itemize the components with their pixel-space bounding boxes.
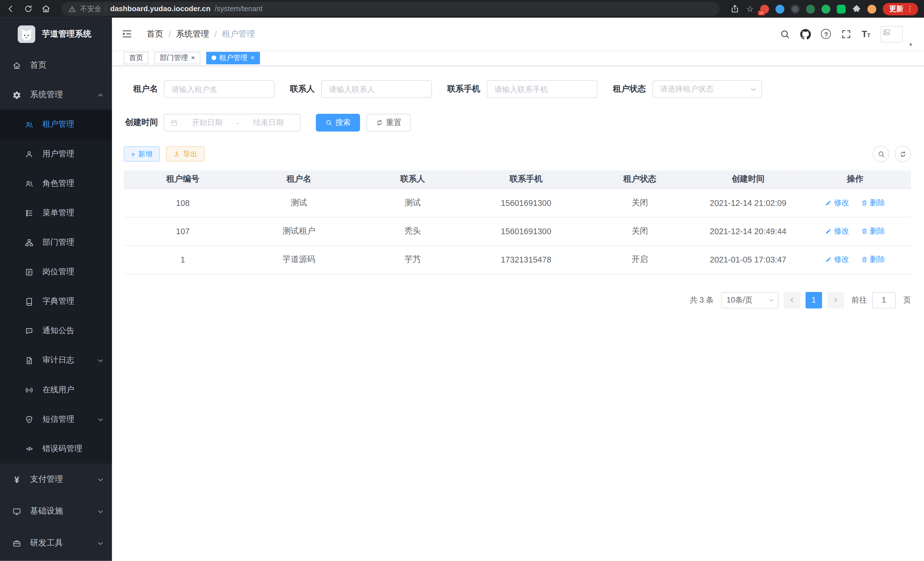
sidebar-item-errorcode[interactable]: </> 错误码管理	[0, 434, 112, 463]
sidebar-item-label: 首页	[30, 60, 46, 71]
refresh-table-button[interactable]	[895, 146, 911, 162]
export-button[interactable]: 导出	[166, 146, 204, 162]
bookmark-star-icon[interactable]: ☆	[746, 5, 754, 13]
filter-phone: 联系手机	[447, 80, 597, 98]
active-dot	[212, 56, 216, 60]
add-button[interactable]: + 新增	[124, 146, 159, 162]
cell-contact: 测试	[356, 189, 470, 217]
font-size-icon[interactable]: TT	[862, 29, 870, 38]
sidebar-item-tenant[interactable]: 租户管理	[0, 110, 112, 139]
extension-badge: 10	[758, 10, 765, 15]
profile-avatar-icon[interactable]	[867, 4, 876, 13]
screen: 不安全 dashboard.yudao.iocoder.cn/system/te…	[0, 0, 924, 561]
delete-label: 删除	[870, 254, 885, 265]
extension-icon-red[interactable]: 10	[760, 4, 769, 13]
status-select[interactable]: 请选择租户状态	[652, 80, 762, 98]
reload-icon[interactable]	[24, 4, 33, 14]
app-header: 首页 / 系统管理 / 租户管理 ? TT ▾	[112, 18, 924, 50]
tab-home[interactable]: 首页	[124, 51, 148, 64]
tenant-name-input[interactable]	[164, 80, 274, 98]
cell-name: 芋道源码	[242, 245, 356, 274]
sidebar-item-menu[interactable]: 菜单管理	[0, 198, 112, 228]
refresh-icon	[899, 150, 907, 158]
pencil-icon	[825, 256, 832, 263]
sidebar-item-label: 用户管理	[43, 149, 74, 159]
sidebar-item-sms[interactable]: 短信管理	[0, 405, 112, 434]
reset-button[interactable]: 重置	[367, 114, 411, 132]
sidebar-group-devtools[interactable]: 研发工具	[0, 527, 112, 559]
sidebar-item-post[interactable]: 岗位管理	[0, 257, 112, 287]
search-button[interactable]: 搜索	[316, 114, 360, 132]
sidebar-item-user[interactable]: 用户管理	[0, 139, 112, 169]
back-icon[interactable]	[6, 4, 15, 14]
edit-link[interactable]: 修改	[825, 254, 849, 265]
extensions-puzzle-icon[interactable]	[852, 4, 861, 13]
delete-link[interactable]: 删除	[861, 198, 885, 208]
fullscreen-icon[interactable]	[841, 29, 852, 39]
sidebar-item-notice[interactable]: 通知公告	[0, 316, 112, 346]
sidebar-item-online[interactable]: 在线用户	[0, 375, 112, 405]
monitor-icon	[12, 507, 21, 516]
delete-link[interactable]: 删除	[861, 254, 885, 265]
online-signal-icon	[25, 385, 34, 394]
page-size-select[interactable]: 10条/页	[722, 292, 778, 308]
cell-created: 2021-12-14 21:02:09	[697, 189, 799, 217]
sidebar-item-role[interactable]: 角色管理	[0, 169, 112, 198]
sidebar-item-dept[interactable]: 部门管理	[0, 228, 112, 257]
system-submenu: 租户管理 用户管理 角色管理 菜单管理 部门管理 岗位管理	[0, 110, 112, 464]
main-content: 租户名 联系人 联系手机 租户状态 请选择租户状态 创建时间	[112, 66, 924, 561]
extension-icon-gray-ring[interactable]	[791, 4, 800, 13]
browser-update-button[interactable]: 更新 ⋮	[883, 3, 918, 15]
avatar-caret-icon[interactable]: ▾	[909, 41, 912, 48]
edit-link[interactable]: 修改	[825, 226, 849, 236]
contact-input[interactable]	[321, 80, 432, 98]
breadcrumb-separator: /	[214, 29, 217, 39]
tab-dept[interactable]: 部门管理 ×	[154, 51, 200, 64]
sidebar-group-pay[interactable]: ¥ 支付管理	[0, 463, 112, 495]
status-placeholder: 请选择租户状态	[660, 84, 714, 94]
delete-link[interactable]: 删除	[861, 226, 885, 236]
breadcrumb-system[interactable]: 系统管理	[176, 29, 209, 39]
extension-icon-blue-drop[interactable]	[776, 4, 784, 13]
sidebar-group-label: 研发工具	[30, 538, 63, 548]
sidebar-group-infra[interactable]: 基础设施	[0, 496, 112, 527]
sidebar-item-home[interactable]: 首页	[0, 51, 112, 80]
address-bar[interactable]: 不安全 dashboard.yudao.iocoder.cn/system/te…	[62, 2, 720, 16]
help-icon[interactable]: ?	[821, 29, 831, 39]
breadcrumb-home[interactable]: 首页	[147, 29, 164, 39]
tab-tenant[interactable]: 租户管理 ×	[206, 51, 260, 64]
chevron-right-icon	[832, 297, 838, 303]
cell-id: 108	[124, 189, 242, 217]
menu-tree-icon	[25, 208, 34, 217]
date-range-picker[interactable]: 开始日期 - 结束日期	[164, 114, 301, 132]
goto-label: 前往	[851, 295, 867, 305]
edit-label: 修改	[834, 198, 849, 208]
extension-icon-green-chat[interactable]	[837, 4, 846, 13]
share-icon[interactable]	[730, 4, 740, 14]
next-page-button[interactable]	[827, 292, 844, 308]
sidebar-fold-icon[interactable]	[122, 28, 133, 39]
security-label[interactable]: 不安全	[80, 4, 101, 14]
user-avatar[interactable]	[880, 26, 903, 42]
github-icon[interactable]	[801, 29, 811, 39]
kebab-menu-icon[interactable]: ⋮	[906, 5, 914, 13]
goto-page-input[interactable]	[872, 292, 896, 308]
extension-icon-dark-green[interactable]	[806, 4, 815, 13]
search-icon[interactable]	[780, 29, 790, 39]
page-number-active[interactable]: 1	[806, 292, 822, 308]
prev-page-button[interactable]	[784, 292, 800, 308]
app-logo[interactable]: 芋道管理系统	[0, 18, 112, 51]
extension-icon-green-check[interactable]	[821, 4, 830, 13]
sidebar-item-auditlog[interactable]: 审计日志	[0, 346, 112, 375]
phone-input[interactable]	[487, 80, 598, 98]
roles-icon	[25, 179, 34, 188]
sidebar-item-dict[interactable]: 字典管理	[0, 287, 112, 316]
close-icon[interactable]: ×	[250, 54, 255, 62]
close-icon[interactable]: ×	[191, 54, 195, 62]
chevron-left-icon	[789, 297, 795, 303]
toggle-search-button[interactable]	[873, 146, 890, 162]
home-icon[interactable]	[41, 4, 51, 14]
gear-icon	[12, 91, 21, 99]
edit-link[interactable]: 修改	[825, 198, 849, 208]
sidebar-group-system[interactable]: 系统管理	[0, 80, 112, 110]
